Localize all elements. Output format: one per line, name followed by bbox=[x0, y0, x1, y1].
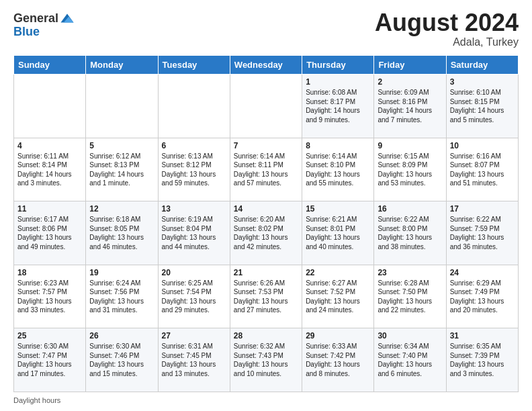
day-info: Sunrise: 6:22 AM Sunset: 8:00 PM Dayligh… bbox=[378, 215, 442, 251]
day-number: 6 bbox=[162, 141, 226, 150]
day-number: 4 bbox=[17, 141, 82, 150]
header: General Blue August 2024 Adala, Turkey bbox=[13, 11, 519, 48]
day-info: Sunrise: 6:17 AM Sunset: 8:06 PM Dayligh… bbox=[17, 215, 82, 251]
day-info: Sunrise: 6:18 AM Sunset: 8:05 PM Dayligh… bbox=[89, 215, 154, 251]
day-number: 11 bbox=[17, 204, 82, 214]
calendar-cell: 31Sunrise: 6:35 AM Sunset: 7:39 PM Dayli… bbox=[446, 328, 518, 392]
calendar-cell bbox=[14, 75, 86, 138]
day-info: Sunrise: 6:34 AM Sunset: 7:40 PM Dayligh… bbox=[378, 342, 442, 378]
calendar-cell bbox=[86, 75, 158, 138]
day-info: Sunrise: 6:20 AM Sunset: 8:02 PM Dayligh… bbox=[234, 215, 298, 251]
day-number: 10 bbox=[450, 141, 515, 150]
calendar-cell: 14Sunrise: 6:20 AM Sunset: 8:02 PM Dayli… bbox=[230, 201, 302, 265]
calendar-cell: 6Sunrise: 6:13 AM Sunset: 8:12 PM Daylig… bbox=[158, 138, 230, 201]
calendar-cell bbox=[230, 75, 302, 138]
calendar-cell bbox=[158, 75, 230, 138]
logo: General Blue bbox=[13, 11, 75, 38]
day-number: 20 bbox=[162, 268, 226, 277]
day-info: Sunrise: 6:32 AM Sunset: 7:43 PM Dayligh… bbox=[234, 342, 298, 378]
calendar-cell: 4Sunrise: 6:11 AM Sunset: 8:14 PM Daylig… bbox=[14, 138, 86, 201]
week-row-4: 18Sunrise: 6:23 AM Sunset: 7:57 PM Dayli… bbox=[14, 265, 519, 328]
day-number: 30 bbox=[378, 331, 442, 340]
day-info: Sunrise: 6:27 AM Sunset: 7:52 PM Dayligh… bbox=[306, 279, 370, 315]
day-number: 19 bbox=[89, 268, 154, 277]
calendar-cell: 17Sunrise: 6:22 AM Sunset: 7:59 PM Dayli… bbox=[446, 201, 518, 265]
day-number: 27 bbox=[162, 331, 226, 340]
calendar-cell: 16Sunrise: 6:22 AM Sunset: 8:00 PM Dayli… bbox=[374, 201, 446, 265]
calendar-cell: 23Sunrise: 6:28 AM Sunset: 7:50 PM Dayli… bbox=[374, 265, 446, 328]
calendar-cell: 26Sunrise: 6:30 AM Sunset: 7:46 PM Dayli… bbox=[86, 328, 158, 392]
day-info: Sunrise: 6:16 AM Sunset: 8:07 PM Dayligh… bbox=[450, 152, 515, 188]
week-row-3: 11Sunrise: 6:17 AM Sunset: 8:06 PM Dayli… bbox=[14, 201, 519, 265]
day-info: Sunrise: 6:19 AM Sunset: 8:04 PM Dayligh… bbox=[162, 215, 226, 251]
day-number: 5 bbox=[89, 141, 154, 150]
day-info: Sunrise: 6:24 AM Sunset: 7:56 PM Dayligh… bbox=[89, 279, 154, 315]
day-info: Sunrise: 6:15 AM Sunset: 8:09 PM Dayligh… bbox=[378, 152, 442, 188]
day-number: 16 bbox=[378, 204, 442, 214]
day-number: 25 bbox=[17, 331, 82, 340]
day-info: Sunrise: 6:13 AM Sunset: 8:12 PM Dayligh… bbox=[162, 152, 226, 188]
logo-general-text: General bbox=[13, 12, 58, 24]
day-number: 29 bbox=[306, 331, 370, 340]
day-info: Sunrise: 6:21 AM Sunset: 8:01 PM Dayligh… bbox=[306, 215, 370, 251]
weekday-header-sunday: Sunday bbox=[14, 56, 86, 75]
calendar-table: SundayMondayTuesdayWednesdayThursdayFrid… bbox=[13, 55, 519, 392]
day-number: 23 bbox=[378, 268, 442, 277]
calendar-cell: 2Sunrise: 6:09 AM Sunset: 8:16 PM Daylig… bbox=[374, 75, 446, 138]
daylight-label: Daylight hours bbox=[13, 396, 60, 404]
calendar-cell: 13Sunrise: 6:19 AM Sunset: 8:04 PM Dayli… bbox=[158, 201, 230, 265]
day-number: 22 bbox=[306, 268, 370, 277]
weekday-header-tuesday: Tuesday bbox=[158, 56, 230, 75]
logo-blue-text: Blue bbox=[13, 25, 40, 38]
day-number: 13 bbox=[162, 204, 226, 214]
calendar-cell: 12Sunrise: 6:18 AM Sunset: 8:05 PM Dayli… bbox=[86, 201, 158, 265]
day-number: 18 bbox=[17, 268, 82, 277]
weekday-header-wednesday: Wednesday bbox=[230, 56, 302, 75]
day-number: 24 bbox=[450, 268, 515, 277]
day-number: 3 bbox=[450, 77, 515, 87]
title-block: August 2024 Adala, Turkey bbox=[375, 11, 519, 48]
calendar-cell: 8Sunrise: 6:14 AM Sunset: 8:10 PM Daylig… bbox=[302, 138, 374, 201]
day-info: Sunrise: 6:22 AM Sunset: 7:59 PM Dayligh… bbox=[450, 215, 515, 251]
calendar-cell: 27Sunrise: 6:31 AM Sunset: 7:45 PM Dayli… bbox=[158, 328, 230, 392]
day-info: Sunrise: 6:26 AM Sunset: 7:53 PM Dayligh… bbox=[234, 279, 298, 315]
weekday-header-saturday: Saturday bbox=[446, 56, 518, 75]
day-number: 26 bbox=[89, 331, 154, 340]
day-info: Sunrise: 6:35 AM Sunset: 7:39 PM Dayligh… bbox=[450, 342, 515, 378]
week-row-1: 1Sunrise: 6:08 AM Sunset: 8:17 PM Daylig… bbox=[14, 75, 519, 138]
footer: Daylight hours bbox=[13, 396, 519, 404]
calendar-cell: 22Sunrise: 6:27 AM Sunset: 7:52 PM Dayli… bbox=[302, 265, 374, 328]
weekday-header-thursday: Thursday bbox=[302, 56, 374, 75]
day-info: Sunrise: 6:14 AM Sunset: 8:10 PM Dayligh… bbox=[306, 152, 370, 188]
day-info: Sunrise: 6:33 AM Sunset: 7:42 PM Dayligh… bbox=[306, 342, 370, 378]
calendar-cell: 24Sunrise: 6:29 AM Sunset: 7:49 PM Dayli… bbox=[446, 265, 518, 328]
day-info: Sunrise: 6:14 AM Sunset: 8:11 PM Dayligh… bbox=[234, 152, 298, 188]
day-info: Sunrise: 6:30 AM Sunset: 7:47 PM Dayligh… bbox=[17, 342, 82, 378]
calendar-cell: 21Sunrise: 6:26 AM Sunset: 7:53 PM Dayli… bbox=[230, 265, 302, 328]
day-number: 28 bbox=[234, 331, 298, 340]
day-number: 31 bbox=[450, 331, 515, 340]
location-subtitle: Adala, Turkey bbox=[375, 36, 519, 48]
day-number: 15 bbox=[306, 204, 370, 214]
calendar-cell: 15Sunrise: 6:21 AM Sunset: 8:01 PM Dayli… bbox=[302, 201, 374, 265]
day-info: Sunrise: 6:09 AM Sunset: 8:16 PM Dayligh… bbox=[378, 88, 442, 124]
calendar-cell: 25Sunrise: 6:30 AM Sunset: 7:47 PM Dayli… bbox=[14, 328, 86, 392]
weekday-header-friday: Friday bbox=[374, 56, 446, 75]
day-number: 2 bbox=[378, 77, 442, 87]
calendar-cell: 28Sunrise: 6:32 AM Sunset: 7:43 PM Dayli… bbox=[230, 328, 302, 392]
weekday-header-monday: Monday bbox=[86, 56, 158, 75]
logo-icon bbox=[60, 11, 75, 26]
day-number: 7 bbox=[234, 141, 298, 150]
day-number: 12 bbox=[89, 204, 154, 214]
day-number: 17 bbox=[450, 204, 515, 214]
page: General Blue August 2024 Adala, Turkey S… bbox=[0, 0, 532, 411]
day-number: 1 bbox=[306, 77, 370, 87]
calendar-cell: 20Sunrise: 6:25 AM Sunset: 7:54 PM Dayli… bbox=[158, 265, 230, 328]
day-info: Sunrise: 6:08 AM Sunset: 8:17 PM Dayligh… bbox=[306, 88, 370, 124]
day-info: Sunrise: 6:23 AM Sunset: 7:57 PM Dayligh… bbox=[17, 279, 82, 315]
week-row-5: 25Sunrise: 6:30 AM Sunset: 7:47 PM Dayli… bbox=[14, 328, 519, 392]
day-info: Sunrise: 6:25 AM Sunset: 7:54 PM Dayligh… bbox=[162, 279, 226, 315]
calendar-cell: 18Sunrise: 6:23 AM Sunset: 7:57 PM Dayli… bbox=[14, 265, 86, 328]
calendar-cell: 1Sunrise: 6:08 AM Sunset: 8:17 PM Daylig… bbox=[302, 75, 374, 138]
day-number: 14 bbox=[234, 204, 298, 214]
